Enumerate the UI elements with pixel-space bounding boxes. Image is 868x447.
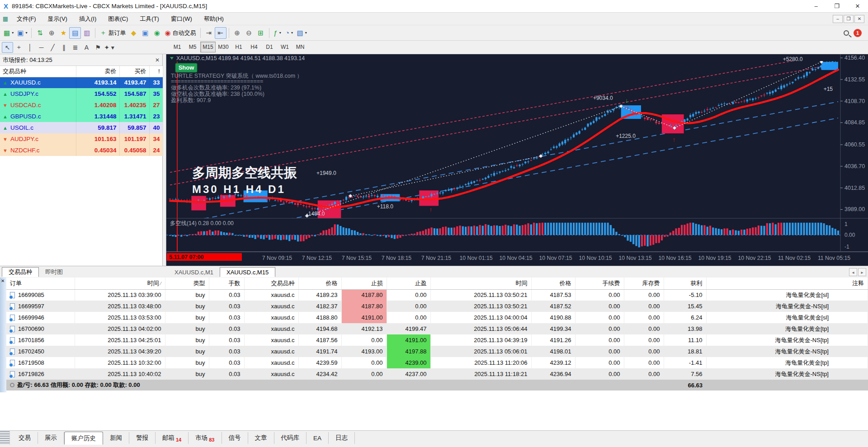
minimize-button[interactable]: – — [806, 0, 826, 12]
orders-column-header[interactable]: 获利 — [664, 278, 706, 289]
bottom-tab-文章[interactable]: 文章 — [248, 432, 274, 444]
tab-scroll-right-icon[interactable]: ▸ — [858, 268, 866, 276]
bottom-tab-EA[interactable]: EA — [307, 432, 329, 444]
periods-button[interactable]: ◔▾ — [283, 27, 295, 39]
vline-tool[interactable]: │ — [24, 42, 36, 53]
crosshair-target-button[interactable]: ⊕ — [46, 27, 57, 39]
chart-tab[interactable]: XAUUSD.c,M15 — [220, 267, 275, 277]
timeframe-h4[interactable]: H4 — [246, 42, 262, 52]
data-window-button[interactable]: ▥ — [81, 27, 93, 39]
orders-column-header[interactable]: 库存费 — [624, 278, 664, 289]
timeframe-m30[interactable]: M30 — [216, 42, 231, 52]
timeframe-h1[interactable]: H1 — [231, 42, 246, 52]
market-watch-row[interactable]: ▲USOIL.c59.81759.85740 — [0, 122, 163, 133]
autotrading-button[interactable]: ◉自动交易 — [163, 27, 198, 39]
timeframe-m15[interactable]: M15 — [200, 42, 216, 52]
menu-item[interactable]: 插入(I) — [73, 13, 102, 25]
bottom-tab-展示[interactable]: 展示 — [38, 432, 64, 444]
table-row[interactable]: 167198262025.11.13 10:40:02buy0.03xauusd… — [6, 368, 868, 380]
price-chart[interactable]: ↓↑↑+1949.0-1494.0+118.0+9034.0+1225.0+52… — [166, 54, 868, 266]
market-watch-row[interactable]: ▼NZDCHF.c0.450340.4505824 — [0, 145, 163, 156]
cursor-tool[interactable]: ↖ — [2, 42, 13, 53]
search-icon[interactable] — [844, 30, 849, 36]
menu-item[interactable]: 图表(C) — [102, 13, 134, 25]
market-watch-row[interactable]: ▼AUDJPY.c101.163101.19734 — [0, 133, 163, 145]
terminal-button[interactable]: ▣ — [139, 27, 151, 39]
history-center-button[interactable]: ◆ — [127, 27, 139, 39]
bottom-tab-邮箱[interactable]: 邮箱14 — [156, 432, 189, 444]
mdi-close-button[interactable]: ✕ — [854, 15, 864, 23]
signals-button[interactable]: ◉ — [151, 27, 163, 39]
new-order-button[interactable]: ＋新订单 — [98, 27, 127, 39]
orders-column-header[interactable]: 时间∕ — [75, 278, 165, 289]
mdi-minimize-button[interactable]: – — [833, 15, 843, 23]
panel-splitter[interactable] — [163, 54, 166, 266]
label-tool[interactable]: ⚑ — [92, 42, 104, 53]
orders-column-header[interactable]: 手数 — [209, 278, 244, 289]
bottom-tab-信号[interactable]: 信号 — [222, 432, 248, 444]
notification-badge[interactable]: 1 — [854, 29, 862, 37]
table-row[interactable]: 166995972025.11.13 03:48:00buy0.03xauusd… — [6, 301, 868, 312]
symbols-updown-button[interactable]: ⇅ — [34, 27, 46, 39]
fibonacci-tool[interactable]: ≣ — [70, 42, 81, 53]
orders-column-header[interactable]: 价格 — [298, 278, 341, 289]
crosshair-tool[interactable]: ＋ — [13, 42, 24, 53]
bottom-tab-新闻[interactable]: 新闻 — [103, 432, 129, 444]
market-watch-column-header[interactable]: 卖价 — [76, 66, 119, 77]
market-watch-row[interactable]: ▼USDCAD.c1.402081.4023527 — [0, 99, 163, 111]
zoom-in-button[interactable]: ⊕ — [231, 27, 243, 39]
menu-item[interactable]: 显示(V) — [42, 13, 73, 25]
hline-tool[interactable]: ─ — [36, 42, 47, 53]
table-row[interactable]: 167024502025.11.13 04:39:20buy0.03xauusd… — [6, 346, 868, 357]
menu-item[interactable]: 文件(F) — [11, 13, 42, 25]
market-watch-column-header[interactable]: ! — [149, 66, 163, 77]
table-row[interactable]: 167006902025.11.13 04:02:00buy0.03xauusd… — [6, 323, 868, 334]
market-watch-row[interactable]: ▲XAUUSD.c4193.144193.4733 — [0, 77, 163, 88]
zoom-out-button[interactable]: ⊖ — [243, 27, 255, 39]
chart-tab[interactable]: XAUUSD.c,M1 — [168, 267, 220, 277]
orders-column-header[interactable]: 手续费 — [575, 278, 624, 289]
mdi-restore-button[interactable]: ❐ — [844, 15, 854, 23]
maximize-button[interactable]: ❐ — [826, 0, 847, 12]
shapes-tool[interactable]: ✦ ▾ — [104, 42, 115, 53]
timeframe-d1[interactable]: D1 — [262, 42, 277, 52]
close-icon[interactable]: ✕ — [155, 57, 160, 63]
market-watch-column-header[interactable]: 交易品种 — [0, 66, 76, 77]
auto-scroll-button[interactable]: ⇤ — [215, 27, 226, 39]
orders-column-header[interactable]: 注释 — [706, 278, 868, 289]
market-watch-column-header[interactable]: 买价 — [119, 66, 149, 77]
market-watch-row[interactable]: ▲GBPUSD.c1.314481.3147123 — [0, 111, 163, 122]
market-watch-toggle[interactable]: ▤ — [69, 27, 81, 39]
trendline-tool[interactable]: ╱ — [47, 42, 58, 53]
menu-item[interactable]: 窗口(W) — [165, 13, 198, 25]
orders-column-header[interactable]: 交易品种 — [244, 278, 298, 289]
close-button[interactable]: ✕ — [847, 0, 868, 12]
table-row[interactable]: 167018562025.11.13 04:25:01buy0.03xauusd… — [6, 334, 868, 346]
market-watch-tab[interactable]: 交易品种 — [2, 267, 39, 277]
table-row[interactable]: 167195082025.11.13 10:32:00buy0.03xauusd… — [6, 357, 868, 368]
templates-button[interactable]: ▧▾ — [295, 27, 309, 39]
orders-column-header[interactable]: 价格 — [531, 278, 575, 289]
timeframe-w1[interactable]: W1 — [277, 42, 292, 52]
tile-windows-button[interactable]: ⊞ — [255, 27, 267, 39]
close-icon[interactable]: ✕ — [1, 278, 5, 283]
bottom-tab-交易[interactable]: 交易 — [12, 432, 38, 444]
timeframe-mn[interactable]: MN — [292, 42, 308, 52]
favorites-button[interactable]: ★ — [57, 27, 69, 39]
menu-item[interactable]: 帮助(H) — [198, 13, 230, 25]
bottom-tab-市场[interactable]: 市场83 — [189, 432, 222, 444]
new-chart-button[interactable]: ▦▾ — [2, 27, 15, 39]
orders-column-header[interactable]: 止盈 — [387, 278, 430, 289]
table-row[interactable]: 166999462025.11.13 03:53:00buy0.03xauusd… — [6, 312, 868, 323]
bottom-tab-警报[interactable]: 警报 — [129, 432, 156, 444]
bottom-tab-账户历史[interactable]: 账户历史 — [64, 432, 103, 445]
tab-scroll-left-icon[interactable]: ◂ — [849, 268, 857, 276]
bottom-tab-日志[interactable]: 日志 — [329, 432, 355, 444]
timeframe-m1[interactable]: M1 — [170, 42, 185, 52]
bottom-tab-代码库[interactable]: 代码库 — [274, 432, 307, 444]
chart-shift-button[interactable]: ⇥ — [203, 27, 215, 39]
menu-item[interactable]: 工具(T) — [134, 13, 165, 25]
orders-column-header[interactable]: 时间 — [430, 278, 531, 289]
indicators-button[interactable]: ƒ▾ — [272, 27, 283, 39]
text-tool[interactable]: A — [81, 42, 92, 53]
